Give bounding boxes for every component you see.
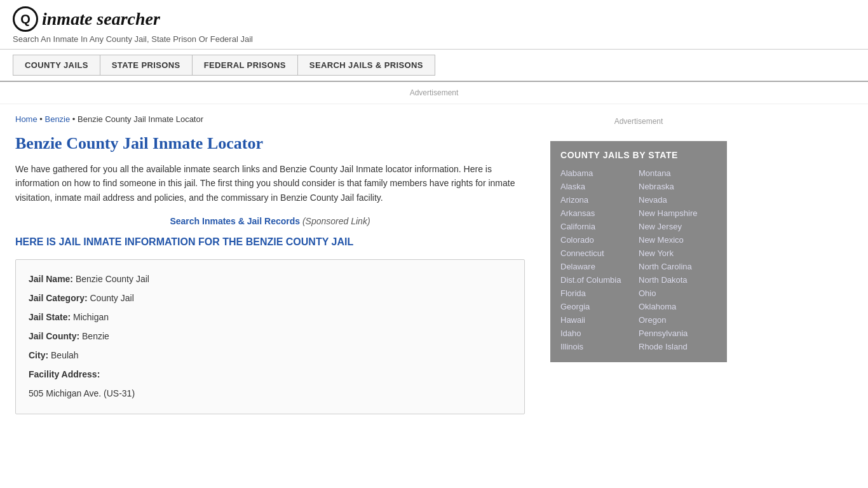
- logo-text: inmate searcher: [42, 9, 160, 29]
- state-link[interactable]: Oregon: [639, 313, 717, 327]
- jail-county-val: Benzie: [82, 331, 109, 341]
- jail-name-label: Jail Name:: [29, 274, 73, 284]
- facility-address-label: Facility Address:: [29, 369, 100, 379]
- state-link[interactable]: Florida: [560, 287, 639, 300]
- nav-search-jails[interactable]: SEARCH JAILS & PRISONS: [297, 55, 435, 76]
- jail-state-row: Jail State: Michigan: [29, 308, 512, 326]
- state-link[interactable]: North Dakota: [639, 273, 717, 287]
- state-link[interactable]: Nevada: [639, 193, 717, 207]
- tagline: Search An Inmate In Any County Jail, Sta…: [13, 34, 855, 44]
- state-link[interactable]: Delaware: [560, 260, 639, 273]
- facility-address-value: 505 Michigan Ave. (US-31): [29, 388, 135, 398]
- state-link[interactable]: Hawaii: [560, 313, 639, 327]
- state-col-1: AlabamaAlaskaArizonaArkansasCaliforniaCo…: [560, 166, 639, 353]
- nav-state-prisons[interactable]: STATE PRISONS: [100, 55, 192, 76]
- sponsored-link-section: Search Inmates & Jail Records (Sponsored…: [15, 216, 525, 226]
- main-content: Home • Benzie • Benzie County Jail Inmat…: [0, 104, 540, 424]
- jail-category-label: Jail Category:: [29, 293, 88, 303]
- facility-address-value-row: 505 Michigan Ave. (US-31): [29, 384, 512, 402]
- jail-cat-val: County Jail: [90, 293, 133, 303]
- state-link[interactable]: Alabama: [560, 166, 639, 180]
- jail-name-val: Benzie County Jail: [76, 274, 149, 284]
- info-box: Jail Name: Benzie County Jail Jail Categ…: [15, 259, 525, 414]
- state-link[interactable]: New Hampshire: [639, 207, 717, 220]
- section-heading: HERE IS JAIL INMATE INFORMATION FOR THE …: [15, 236, 525, 248]
- breadcrumb-current: Benzie County Jail Inmate Locator: [78, 114, 203, 124]
- state-link[interactable]: New York: [639, 247, 717, 260]
- jail-state-val: Michigan: [73, 312, 109, 322]
- jail-state-label: Jail State:: [29, 312, 71, 322]
- city-label: City:: [29, 350, 48, 360]
- state-link[interactable]: Colorado: [560, 233, 639, 247]
- logo-text-italic: inmate searcher: [42, 9, 160, 29]
- facility-address-row: Facility Address:: [29, 365, 512, 383]
- state-link[interactable]: Idaho: [560, 327, 639, 340]
- state-link[interactable]: Arizona: [560, 193, 639, 207]
- breadcrumb-sep2: •: [72, 114, 78, 124]
- state-box-title: COUNTY JAILS BY STATE: [560, 150, 717, 160]
- state-link[interactable]: Arkansas: [560, 207, 639, 220]
- nav-bar: COUNTY JAILS STATE PRISONS FEDERAL PRISO…: [0, 50, 868, 82]
- breadcrumb-home[interactable]: Home: [15, 114, 37, 124]
- sidebar-ad: Advertisement: [550, 112, 727, 131]
- page-title: Benzie County Jail Inmate Locator: [15, 134, 525, 153]
- state-link[interactable]: Montana: [639, 166, 717, 180]
- state-link[interactable]: California: [560, 220, 639, 233]
- nav-county-jails[interactable]: COUNTY JAILS: [13, 55, 100, 76]
- jail-county-label: Jail County:: [29, 331, 79, 341]
- state-link[interactable]: New Jersey: [639, 220, 717, 233]
- state-link[interactable]: Illinois: [560, 340, 639, 353]
- state-link[interactable]: Georgia: [560, 300, 639, 313]
- state-link[interactable]: Alaska: [560, 180, 639, 193]
- city-row: City: Beulah: [29, 346, 512, 364]
- sponsored-label-text: (Sponsored Link): [302, 216, 370, 226]
- jail-category-row: Jail Category: County Jail: [29, 289, 512, 307]
- jail-name-row: Jail Name: Benzie County Jail: [29, 270, 512, 288]
- nav-federal-prisons[interactable]: FEDERAL PRISONS: [192, 55, 297, 76]
- state-col-2: MontanaNebraskaNevadaNew HampshireNew Je…: [639, 166, 717, 353]
- state-link[interactable]: Ohio: [639, 287, 717, 300]
- sidebar: Advertisement COUNTY JAILS BY STATE Alab…: [540, 104, 737, 424]
- state-link[interactable]: Rhode Island: [639, 340, 717, 353]
- breadcrumb-parent[interactable]: Benzie: [44, 114, 70, 124]
- state-link[interactable]: Connecticut: [560, 247, 639, 260]
- header: Q inmate searcher Search An Inmate In An…: [0, 0, 868, 50]
- state-box: COUNTY JAILS BY STATE AlabamaAlaskaArizo…: [550, 141, 727, 362]
- city-val: Beulah: [51, 350, 79, 360]
- search-icon: Q: [13, 6, 38, 32]
- body-text: We have gathered for you all the availab…: [15, 162, 525, 205]
- state-link[interactable]: Oklahoma: [639, 300, 717, 313]
- logo-area: Q inmate searcher: [13, 6, 855, 32]
- state-link[interactable]: Nebraska: [639, 180, 717, 193]
- state-link[interactable]: Pennsylvania: [639, 327, 717, 340]
- state-link[interactable]: New Mexico: [639, 233, 717, 247]
- ad-top-banner: Advertisement: [0, 82, 868, 104]
- state-link[interactable]: Dist.of Columbia: [560, 273, 639, 287]
- jail-county-row: Jail County: Benzie: [29, 327, 512, 345]
- main-layout: Home • Benzie • Benzie County Jail Inmat…: [0, 104, 868, 424]
- sponsored-link[interactable]: Search Inmates & Jail Records: [170, 216, 300, 226]
- state-link[interactable]: North Carolina: [639, 260, 717, 273]
- state-grid: AlabamaAlaskaArizonaArkansasCaliforniaCo…: [560, 166, 717, 353]
- breadcrumb: Home • Benzie • Benzie County Jail Inmat…: [15, 114, 525, 124]
